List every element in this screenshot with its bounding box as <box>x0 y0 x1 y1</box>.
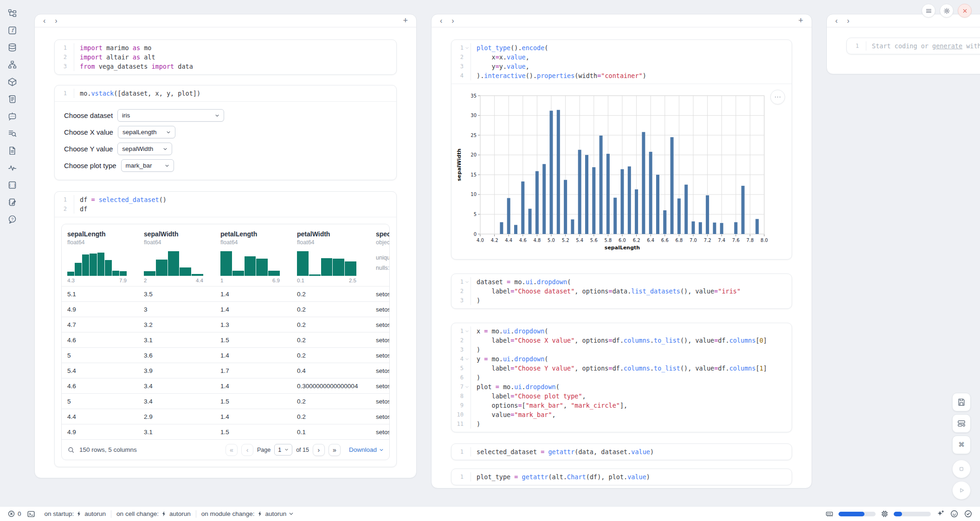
sepal-bar-chart[interactable]: 4.04.24.44.64.85.05.25.45.65.86.06.26.46… <box>455 88 792 255</box>
svg-text:4.8: 4.8 <box>533 238 541 243</box>
generate-link[interactable]: generate <box>932 42 962 50</box>
code-editor[interactable]: 1import marimo as mo2import altair as al… <box>55 40 396 74</box>
chevron-left-icon[interactable]: ‹ <box>835 17 838 25</box>
variables-icon[interactable]: f <box>7 26 17 35</box>
help-icon[interactable]: ? <box>7 215 17 224</box>
runtime-config-2[interactable]: on cell change:autorun <box>116 510 191 517</box>
dataframe-output: sepalLengthfloat644.37.9sepalWidthfloat6… <box>55 217 396 467</box>
chevron-right-icon[interactable]: › <box>847 17 849 25</box>
table-cell: setosa <box>370 337 389 344</box>
column-header-species[interactable]: speciesobjectunique:nulls: <box>370 224 389 286</box>
snippets-icon[interactable]: ( ) <box>7 180 17 190</box>
stop-button[interactable] <box>952 460 971 478</box>
scratchpad-icon[interactable] <box>7 197 17 207</box>
fold-chevron-icon[interactable] <box>464 382 471 391</box>
chevron-down-icon <box>159 147 168 151</box>
fold-chevron-icon[interactable] <box>464 354 471 364</box>
dependency-graph-icon[interactable] <box>7 60 17 70</box>
column-stats: unique:nulls: <box>376 253 389 274</box>
column-header-sepalLength[interactable]: sepalLengthfloat644.37.9 <box>62 224 138 286</box>
close-button[interactable] <box>958 4 972 18</box>
first-page-button[interactable]: « <box>226 444 238 456</box>
settings-button[interactable] <box>940 4 954 18</box>
last-page-button[interactable]: » <box>329 444 341 456</box>
code-editor[interactable]: 1mo.vstack([dataset, x, y, plot]) <box>55 85 396 101</box>
fold-chevron-icon[interactable] <box>464 277 471 287</box>
line-number: 1 <box>847 41 859 51</box>
column-histogram[interactable] <box>220 250 280 276</box>
column-3-header: ‹ › <box>827 14 980 27</box>
svg-text:30: 30 <box>471 113 477 118</box>
choose-dataset-select[interactable]: iris <box>117 109 224 122</box>
table-cell: 5.4 <box>62 367 138 374</box>
run-button[interactable] <box>952 481 971 500</box>
code-editor[interactable]: 1x = mo.ui.dropdown(2 label="Choose X va… <box>451 323 792 432</box>
code-editor[interactable]: 1plot_type().encode(2 x=x.value,3 y=y.va… <box>451 40 792 84</box>
chart-menu-button[interactable] <box>770 90 785 104</box>
outline-icon[interactable] <box>7 94 17 104</box>
column-histogram[interactable] <box>67 250 127 276</box>
download-button[interactable]: Download <box>349 446 384 453</box>
fold-chevron-icon[interactable] <box>464 43 471 52</box>
tracing-icon[interactable] <box>7 163 17 173</box>
code-editor[interactable]: 1dataset = mo.ui.dropdown(2 label="Choos… <box>451 274 792 308</box>
file-tree-icon[interactable] <box>7 8 17 18</box>
control-row: Choose Y valuesepalWidth <box>64 143 387 155</box>
column-header-petalWidth[interactable]: petalWidthfloat640.12.5 <box>291 224 370 286</box>
table-cell: 3.9 <box>138 367 215 374</box>
assistant-button[interactable] <box>950 509 959 518</box>
column-histogram[interactable] <box>297 250 356 276</box>
add-cell-button[interactable]: + <box>403 16 408 26</box>
keyboard-shortcuts-button[interactable]: ⌘ <box>952 436 971 454</box>
code-cell-xy-plot-dropdowns: 1x = mo.ui.dropdown(2 label="Choose X va… <box>451 323 792 432</box>
add-cell-button[interactable]: + <box>798 16 803 26</box>
choose-plot-type-select[interactable]: mark_bar <box>121 159 174 172</box>
line-number: 1 <box>451 43 464 52</box>
errors-indicator[interactable]: 0 <box>7 510 21 518</box>
next-page-button[interactable]: › <box>313 444 325 456</box>
svg-text:4.2: 4.2 <box>491 238 498 243</box>
fold-chevron-icon[interactable] <box>464 326 471 336</box>
empty-code-cell[interactable]: 1 Start coding or generate with <box>846 38 980 54</box>
line-number: 3 <box>451 345 464 354</box>
column-header-sepalWidth[interactable]: sepalWidthfloat6424.4 <box>138 224 215 286</box>
ai-placeholder[interactable]: Start coding or generate with <box>866 41 980 51</box>
chevron-right-icon[interactable]: › <box>451 17 454 25</box>
table-cell: 4.6 <box>62 337 138 344</box>
layout-toggle-button[interactable] <box>952 414 971 433</box>
page-select[interactable]: 1 <box>274 444 292 456</box>
search-icon[interactable] <box>67 446 75 454</box>
prev-page-button[interactable]: ‹ <box>241 444 253 456</box>
column-histogram[interactable] <box>144 250 203 276</box>
logs-icon[interactable] <box>7 129 17 138</box>
choose-y-value-select[interactable]: sepalWidth <box>117 143 172 155</box>
menu-button[interactable] <box>922 4 935 18</box>
line-number: 1 <box>55 195 67 204</box>
ai-sparkles-button[interactable] <box>936 509 945 518</box>
code-editor[interactable]: 1selected_dataset = getattr(data, datase… <box>451 444 792 460</box>
chevron-left-icon[interactable]: ‹ <box>440 17 442 25</box>
column-header-petalLength[interactable]: petalLengthfloat6416.9 <box>215 224 291 286</box>
svg-text:20: 20 <box>471 152 477 157</box>
documentation-icon[interactable] <box>7 146 17 156</box>
code-editor[interactable]: 1plot_type = getattr(alt.Chart(df), plot… <box>451 469 792 485</box>
runtime-config-3[interactable]: on module change:autorun <box>201 510 294 517</box>
ai-chat-icon[interactable] <box>7 111 17 121</box>
runtime-config-1[interactable]: on startup:autorun <box>45 510 106 517</box>
svg-text:7.8: 7.8 <box>746 238 754 243</box>
chevron-left-icon[interactable]: ‹ <box>43 17 45 25</box>
table-cell: setosa <box>370 413 389 420</box>
chevron-right-icon[interactable]: › <box>55 17 57 25</box>
packages-icon[interactable] <box>7 77 17 87</box>
code-cell-selected-dataset: 1selected_dataset = getattr(data, datase… <box>451 443 792 460</box>
data-table: sepalLengthfloat644.37.9sepalWidthfloat6… <box>61 224 390 460</box>
save-button[interactable] <box>952 393 971 411</box>
data-sources-icon[interactable] <box>7 43 17 52</box>
table-cell: 5 <box>62 352 138 359</box>
table-cell: 0.1 <box>291 429 370 436</box>
choose-x-value-select[interactable]: sepalLength <box>118 126 175 138</box>
connection-status-icon[interactable] <box>964 509 973 518</box>
code-editor[interactable]: 1df = selected_dataset()2df <box>55 192 396 217</box>
table-cell: 3 <box>138 306 215 313</box>
terminal-button[interactable] <box>27 510 35 518</box>
